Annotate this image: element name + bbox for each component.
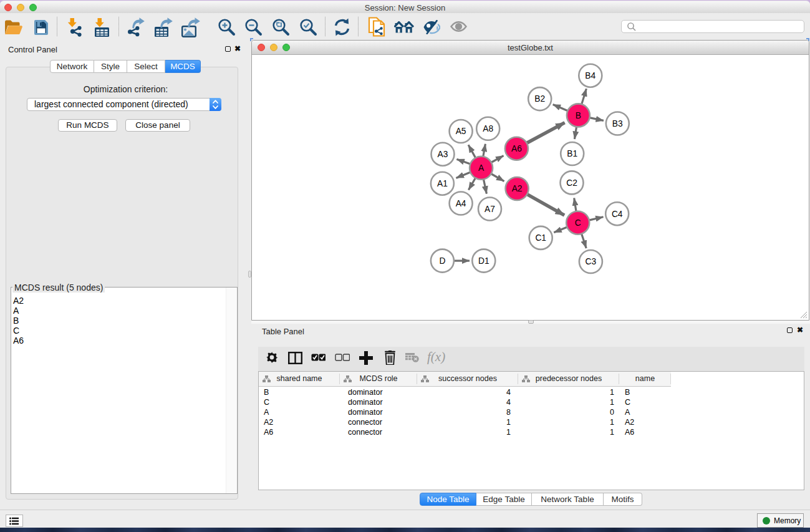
svg-text:D1: D1	[478, 256, 489, 266]
svg-text:C1: C1	[535, 233, 546, 243]
svg-text:A: A	[478, 163, 485, 173]
svg-text:A2: A2	[512, 184, 523, 193]
svg-text:B2: B2	[534, 94, 545, 104]
svg-text:B1: B1	[567, 149, 577, 158]
svg-text:C: C	[575, 218, 581, 228]
svg-text:C2: C2	[566, 178, 577, 188]
svg-text:B4: B4	[585, 71, 595, 80]
svg-text:C3: C3	[586, 257, 597, 266]
svg-text:D: D	[439, 256, 445, 266]
svg-text:B3: B3	[612, 119, 623, 128]
svg-text:A1: A1	[437, 179, 448, 188]
svg-text:A3: A3	[438, 150, 448, 159]
svg-text:A8: A8	[483, 124, 493, 133]
svg-text:B: B	[576, 111, 581, 120]
svg-text:A4: A4	[456, 199, 466, 208]
svg-text:A5: A5	[456, 127, 466, 136]
svg-text:A7: A7	[485, 205, 495, 214]
svg-text:C4: C4	[612, 210, 623, 219]
svg-text:A6: A6	[511, 144, 522, 153]
